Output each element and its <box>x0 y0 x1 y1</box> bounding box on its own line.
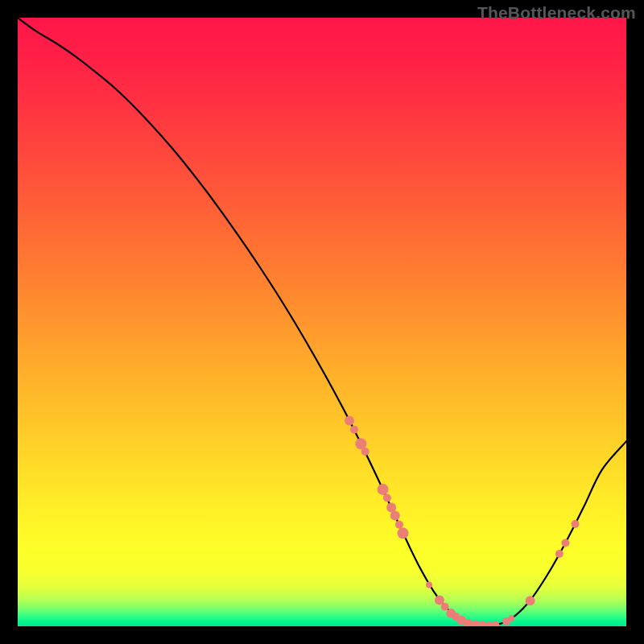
data-point <box>383 493 391 502</box>
data-point <box>395 521 403 529</box>
data-point <box>426 582 432 588</box>
chart-svg <box>18 18 626 626</box>
data-point <box>526 596 535 605</box>
gradient-background <box>18 18 626 626</box>
data-point <box>345 415 354 425</box>
data-point <box>361 448 369 456</box>
chart-root: TheBottleneck.com <box>0 0 644 644</box>
data-point <box>441 603 449 611</box>
data-point <box>398 527 409 539</box>
data-point <box>350 426 358 434</box>
watermark-text: TheBottleneck.com <box>477 3 636 23</box>
data-point <box>508 615 514 621</box>
plot-area <box>18 18 626 626</box>
data-point <box>572 520 580 528</box>
data-point <box>378 484 389 495</box>
data-point <box>561 539 569 547</box>
data-point <box>555 550 564 558</box>
data-point <box>390 510 400 520</box>
